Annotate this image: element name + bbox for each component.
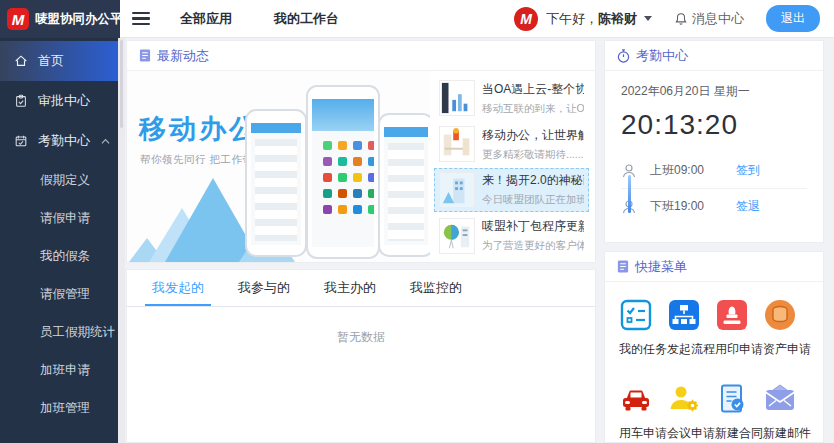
checkin-time-label: 上班09:00 [650,162,704,179]
news-thumbnail [439,126,475,162]
message-center-label: 消息中心 [692,10,744,28]
quick-item-seal-application[interactable]: 用印申请 [715,298,763,358]
news-panel-title: 最新动态 [157,47,209,65]
sidebar-item-label: 考勤中心 [38,132,91,150]
quick-menu-header: 快捷菜单 [605,252,823,282]
checkout-link[interactable]: 签退 [736,198,760,215]
attendance-clock: 20:13:20 [621,109,807,141]
document-icon [139,49,151,62]
news-panel-header: 最新动态 [127,41,595,71]
quick-menu-grid: 我的任务 发起流程 用印申请 资产申请 [605,282,823,442]
contract-icon [715,382,749,416]
phone-mockup-center [306,85,380,259]
message-center-button[interactable]: 消息中心 [674,10,744,28]
car-icon [619,382,653,416]
quick-item-asset-application[interactable]: 资产申请 [763,298,811,358]
news-desc: 今日唛盟团队正在加班加点, [482,193,584,207]
quick-menu-panel: 快捷菜单 我的任务 发起流程 用印申请 [604,251,824,443]
checkin-link[interactable]: 签到 [736,162,760,179]
greeting-prefix: 下午好， [546,11,598,26]
logout-button[interactable]: 退出 [766,5,820,32]
news-desc: 移动互联的到来，让OA与云 [482,102,584,116]
news-title: 来！揭开2.0的神秘面纱- [482,172,584,189]
phone-mockup-left [245,109,307,257]
sidebar-item-overtime-application[interactable]: 加班申请 [0,351,118,389]
flow-icon [667,298,701,332]
stamp-icon [715,298,749,332]
tab-participated-by-me[interactable]: 我参与的 [221,270,307,306]
sidebar-scrollbar[interactable] [118,38,125,443]
quick-item-label: 用车申请 [619,425,667,442]
brand-logo-icon: M [7,8,29,30]
empty-state-text: 暂无数据 [127,307,595,346]
news-title: 当OA遇上云-整个协同OA [482,81,584,98]
sidebar: 首页 审批中心 考勤中心 假期定义 请假申请 我的假条 请假管理 员工假期统计 … [0,38,118,443]
quick-item-start-flow[interactable]: 发起流程 [667,298,715,358]
tab-monitored-by-me[interactable]: 我监控的 [393,270,479,306]
attendance-icon [14,134,28,148]
user-avatar[interactable]: M [514,7,538,31]
mobile-office-banner[interactable]: 移动办公 帮你领先同行 把工作带出办公室 [127,71,430,262]
news-title: 唛盟补丁包程序更新 [482,218,584,235]
chevron-up-icon [101,138,110,145]
quick-item-label: 用印申请 [715,341,763,358]
attendance-panel-title: 考勤中心 [636,47,688,65]
sidebar-item-home[interactable]: 首页 [0,41,118,81]
asset-icon [763,298,797,332]
news-item[interactable]: 移动办公，让世界触手可 更多精彩敬请期待....... [434,122,589,167]
tab-hosted-by-me[interactable]: 我主办的 [307,270,393,306]
sidebar-item-leave-management[interactable]: 请假管理 [0,275,118,313]
quick-item-new-mail[interactable]: 新建邮件 [763,382,811,442]
quick-item-label: 新建邮件 [763,425,811,442]
stopwatch-icon [617,49,630,63]
sidebar-item-leave-application[interactable]: 请假申请 [0,199,118,237]
bell-icon [674,12,688,26]
attendance-timeline: 上班09:00 签到 下班19:00 签退 [621,153,807,224]
tab-initiated-by-me[interactable]: 我发起的 [135,270,221,306]
approval-icon [14,94,28,108]
attendance-panel: 考勤中心 2022年06月20日 星期一 20:13:20 上班09:00 签到 [604,40,824,243]
sidebar-item-label: 审批中心 [38,92,110,110]
news-thumbnail [439,172,475,208]
hamburger-menu-icon[interactable] [132,12,150,26]
greeting-text[interactable]: 下午好，陈裕财 [546,10,637,28]
news-desc: 更多精彩敬请期待....... [482,148,584,162]
quick-item-label: 发起流程 [667,341,715,358]
mail-icon [763,382,797,416]
sidebar-item-my-leave-notes[interactable]: 我的假条 [0,237,118,275]
news-list: 当OA遇上云-整个协同OA 移动互联的到来，让OA与云 移动办公，让世界触手可 … [430,71,595,262]
news-item-selected[interactable]: 来！揭开2.0的神秘面纱- 今日唛盟团队正在加班加点, [434,168,589,213]
caret-down-icon[interactable] [644,16,652,21]
news-item[interactable]: 唛盟补丁包程序更新 为了营造更好的客户体验，唛 [434,213,589,258]
nav-all-apps[interactable]: 全部应用 [180,10,232,28]
sidebar-item-overtime-management[interactable]: 加班管理 [0,389,118,427]
quick-item-label: 资产申请 [763,341,811,358]
person-icon [621,199,637,215]
sidebar-item-approval-center[interactable]: 审批中心 [0,81,118,121]
quick-item-new-contract[interactable]: 新建合同 [715,382,763,442]
sidebar-item-attendance-center[interactable]: 考勤中心 [0,121,118,161]
checkout-time-label: 下班19:00 [650,198,704,215]
meeting-icon [667,382,701,416]
sidebar-item-holiday-definition[interactable]: 假期定义 [0,161,118,199]
header-bar: 全部应用 我的工作台 M 下午好，陈裕财 消息中心 退出 [120,0,834,38]
quick-menu-title: 快捷菜单 [635,258,687,276]
banner-headline: 移动办公 [139,111,259,147]
quick-item-vehicle-application[interactable]: 用车申请 [619,382,667,442]
person-icon [621,163,637,179]
attendance-row-checkout: 下班19:00 签退 [621,189,807,224]
oa-platform-window: M 唛盟协同办公平台 全部应用 我的工作台 M 下午好，陈裕财 消息中心 退出 … [0,0,834,443]
news-thumbnail [439,80,475,116]
quick-item-label: 会议申请 [667,425,715,442]
tasks-icon [619,298,653,332]
news-thumbnail [439,218,475,254]
logo-area: M 唛盟协同办公平台 [0,0,120,38]
sidebar-item-employee-leave-stats[interactable]: 员工假期统计 [0,313,118,351]
quick-item-meeting-application[interactable]: 会议申请 [667,382,715,442]
workflow-tab-bar: 我发起的 我参与的 我主办的 我监控的 [127,270,595,307]
news-item[interactable]: 当OA遇上云-整个协同OA 移动互联的到来，让OA与云 [434,76,589,121]
workflow-tabs-panel: 我发起的 我参与的 我主办的 我监控的 暂无数据 [126,269,596,443]
quick-item-my-tasks[interactable]: 我的任务 [619,298,667,358]
sidebar-item-label: 首页 [38,52,110,70]
nav-my-workbench[interactable]: 我的工作台 [274,10,339,28]
